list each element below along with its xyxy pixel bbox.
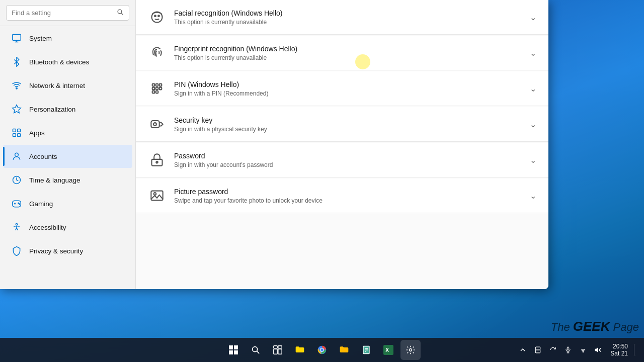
pin-title: PIN (Windows Hello) — [174, 80, 522, 88]
excel-button[interactable]: X — [378, 340, 398, 360]
personalization-icon — [11, 104, 22, 115]
tray-refresh-icon[interactable] — [547, 344, 559, 356]
settings-item-facial-recognition[interactable]: Facial recognition (Windows Hello) This … — [136, 0, 548, 35]
svg-rect-6 — [13, 129, 16, 132]
tray-volume-icon[interactable] — [592, 344, 604, 356]
search-input[interactable] — [12, 9, 113, 17]
svg-point-16 — [154, 15, 156, 17]
pin-desc: Sign in with a PIN (Recommended) — [174, 90, 522, 97]
tray-mic-icon[interactable] — [562, 344, 574, 356]
taskbar-search-button[interactable] — [246, 340, 266, 360]
svg-rect-24 — [152, 91, 155, 94]
sidebar-item-label-gaming: Gaming — [29, 200, 53, 208]
chrome-button[interactable] — [312, 340, 332, 360]
security-key-title: Security key — [174, 116, 522, 124]
time-icon — [11, 174, 22, 186]
sidebar-item-label-accounts: Accounts — [29, 153, 57, 160]
notepad-button[interactable] — [356, 340, 376, 360]
svg-rect-40 — [274, 349, 277, 354]
sidebar-item-apps[interactable]: Apps — [3, 121, 132, 144]
fingerprint-title: Fingerprint recognition (Windows Hello) — [174, 45, 522, 53]
clock-time: 20:50 — [610, 343, 628, 350]
picture-password-title: Picture password — [174, 188, 522, 196]
watermark: The GEEK Page — [551, 319, 639, 334]
network-icon — [11, 80, 22, 91]
svg-rect-8 — [13, 134, 16, 137]
password-text: Password Sign in with your account's pas… — [174, 152, 522, 168]
settings-window: System Bluetooth & devices — [0, 0, 548, 289]
settings-item-password[interactable]: Password Sign in with your account's pas… — [136, 143, 548, 177]
settings-list: Facial recognition (Windows Hello) This … — [136, 0, 548, 213]
svg-line-37 — [257, 351, 260, 354]
svg-rect-22 — [156, 87, 158, 90]
fingerprint-desc: This option is currently unavailable — [174, 54, 522, 61]
svg-rect-34 — [229, 350, 233, 354]
svg-rect-30 — [151, 191, 163, 201]
svg-rect-9 — [18, 134, 21, 137]
password-title: Password — [174, 152, 522, 160]
svg-point-51 — [410, 349, 412, 351]
key-icon — [148, 115, 166, 133]
sidebar-item-gaming[interactable]: Gaming — [3, 192, 132, 215]
svg-rect-41 — [278, 349, 282, 354]
svg-point-10 — [15, 153, 19, 156]
clock-display[interactable]: 20:50 Sat 21 — [607, 342, 631, 358]
settings-item-security-key[interactable]: Security key Sign in with a physical sec… — [136, 107, 548, 142]
svg-rect-23 — [159, 87, 162, 90]
sidebar-item-personalization[interactable]: Personalization — [3, 98, 132, 121]
settings-item-pin[interactable]: PIN (Windows Hello) Sign in with a PIN (… — [136, 71, 548, 106]
password-chevron: ⌄ — [530, 155, 536, 165]
settings-item-picture-password[interactable]: Picture password Swipe and tap your favo… — [136, 178, 548, 213]
pin-text: PIN (Windows Hello) Sign in with a PIN (… — [174, 80, 522, 97]
tray-network-icon[interactable] — [577, 344, 589, 356]
svg-rect-21 — [152, 87, 155, 90]
password-desc: Sign in with your account's password — [174, 161, 522, 168]
svg-rect-33 — [234, 345, 238, 349]
security-key-desc: Sign in with a physical security key — [174, 126, 522, 133]
svg-point-5 — [16, 88, 18, 89]
watermark-page: Page — [613, 321, 639, 333]
accounts-icon — [11, 151, 22, 162]
settings-item-fingerprint[interactable]: Fingerprint recognition (Windows Hello) … — [136, 36, 548, 70]
picture-password-chevron: ⌄ — [530, 191, 536, 201]
sidebar-item-label-accessibility: Accessibility — [29, 224, 66, 231]
watermark-geek: GEEK — [573, 319, 610, 334]
password-icon — [148, 151, 166, 169]
main-content: Facial recognition (Windows Hello) This … — [136, 0, 548, 289]
svg-rect-32 — [229, 345, 233, 349]
file-explorer-button[interactable] — [290, 340, 310, 360]
picture-password-text: Picture password Swipe and tap your favo… — [174, 188, 522, 204]
file-manager-button[interactable] — [334, 340, 354, 360]
svg-rect-20 — [159, 84, 162, 86]
svg-point-0 — [118, 10, 122, 14]
svg-point-13 — [19, 204, 20, 205]
fingerprint-icon — [148, 44, 166, 62]
sidebar-item-time[interactable]: Time & language — [3, 168, 132, 192]
taskview-button[interactable] — [268, 340, 288, 360]
taskbar-settings-button[interactable] — [400, 340, 421, 360]
svg-point-12 — [18, 203, 19, 204]
svg-rect-2 — [13, 35, 21, 41]
sidebar-item-accessibility[interactable]: Accessibility — [3, 216, 132, 239]
svg-rect-52 — [536, 347, 540, 350]
system-icon — [11, 33, 22, 44]
tray-chevron[interactable] — [517, 344, 529, 356]
picture-icon — [148, 187, 166, 205]
sidebar-item-system[interactable]: System — [3, 27, 132, 50]
svg-line-1 — [121, 13, 123, 15]
pin-chevron: ⌄ — [530, 84, 536, 94]
show-desktop-button[interactable] — [634, 344, 639, 356]
sidebar-item-privacy[interactable]: Privacy & security — [3, 239, 132, 262]
svg-rect-26 — [151, 121, 159, 128]
start-button[interactable] — [223, 340, 244, 360]
sidebar-item-label-bluetooth: Bluetooth & devices — [29, 58, 89, 66]
sidebar-item-accounts[interactable]: Accounts — [3, 145, 132, 168]
search-box — [6, 5, 129, 21]
sidebar-item-label-system: System — [29, 35, 52, 42]
svg-rect-38 — [274, 346, 277, 348]
sidebar-item-network[interactable]: Network & internet — [3, 74, 132, 97]
facial-recognition-title: Facial recognition (Windows Hello) — [174, 9, 522, 17]
tray-security-icon[interactable] — [532, 344, 544, 356]
sidebar-item-bluetooth[interactable]: Bluetooth & devices — [3, 50, 132, 73]
taskbar: X — [0, 338, 644, 362]
